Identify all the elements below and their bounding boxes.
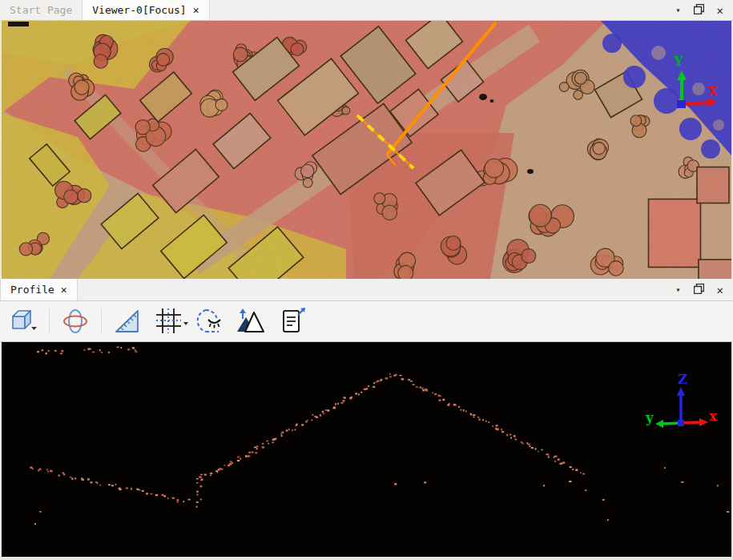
profile-panel-controls: ▾ ✕ [676, 279, 733, 300]
close-icon[interactable]: ✕ [193, 5, 199, 15]
cube-view-icon [9, 307, 38, 336]
toolbar-separator [101, 308, 102, 334]
svg-text:Z: Z [678, 372, 687, 387]
viewer-tabbar: Start Page Viewer-0[Focus] ✕ ▾ ✕ [0, 0, 733, 21]
float-window-icon[interactable] [694, 282, 704, 297]
panel-menu-icon[interactable]: ▾ [676, 6, 681, 14]
orbit-rotate-icon [61, 307, 90, 336]
profile-viewport[interactable]: Z y x [0, 342, 733, 557]
svg-text:y: y [645, 410, 654, 425]
tab-profile-label: Profile [10, 284, 54, 296]
float-window-icon[interactable] [694, 2, 704, 18]
map-render: Y X [2, 21, 731, 279]
mountain-profile-icon [236, 307, 264, 336]
profile-report-button[interactable] [276, 304, 309, 338]
cube-view-button[interactable] [6, 304, 40, 338]
triangle-ruler-button[interactable] [111, 304, 144, 338]
svg-text:Y: Y [673, 54, 683, 69]
orbit-rotate-button[interactable] [58, 304, 92, 338]
application-window: Start Page Viewer-0[Focus] ✕ ▾ ✕ [0, 0, 733, 560]
triangle-ruler-icon [113, 307, 142, 336]
map-viewport[interactable]: Y X [0, 21, 733, 279]
eye-hide-icon [195, 307, 226, 336]
grid-icon [155, 307, 188, 336]
svg-text:X: X [708, 84, 719, 99]
bottom-border [0, 557, 733, 560]
close-panel-icon[interactable]: ✕ [717, 284, 723, 296]
tab-start-page[interactable]: Start Page [0, 0, 82, 20]
close-icon[interactable]: ✕ [61, 284, 67, 295]
profile-render: Z y x [2, 342, 731, 554]
panel-menu-icon[interactable]: ▾ [676, 285, 681, 294]
profile-toolbar [0, 301, 733, 342]
profile-tabbar: Profile ✕ ▾ ✕ [0, 279, 733, 301]
mountain-profile-button[interactable] [233, 304, 267, 338]
report-icon [278, 307, 307, 336]
tab-start-page-label: Start Page [10, 4, 72, 16]
eye-hide-profile-button[interactable] [194, 304, 228, 338]
viewer-panel-controls: ▾ ✕ [676, 0, 733, 20]
grid-settings-button[interactable] [155, 304, 188, 338]
toolbar-separator [49, 308, 50, 334]
svg-text:x: x [709, 409, 717, 424]
tab-viewer-0[interactable]: Viewer-0[Focus] ✕ [82, 0, 209, 20]
close-panel-icon[interactable]: ✕ [717, 5, 723, 16]
tab-viewer-0-label: Viewer-0[Focus] [92, 4, 186, 16]
tab-profile[interactable]: Profile ✕ [0, 279, 78, 300]
